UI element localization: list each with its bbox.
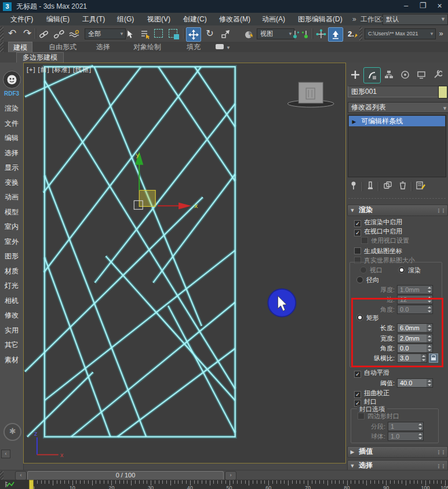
checkbox-box[interactable]: ✓ — [354, 220, 361, 227]
checkbox-enable-in-viewport[interactable]: ✓在视口中启用 — [354, 228, 402, 236]
menu-overflow-icon[interactable]: » — [352, 14, 356, 24]
time-slider-marker[interactable] — [29, 480, 34, 489]
sidebar-item-assets[interactable]: 素材 — [0, 355, 23, 365]
pin-stack-icon[interactable] — [349, 181, 358, 192]
scene-object-box[interactable] — [287, 82, 334, 107]
sidebar-item-select[interactable]: 选择 — [0, 148, 23, 158]
checkbox-use-viewport-settings[interactable]: 使用视口设置 — [361, 237, 409, 245]
sidebar-item-edit[interactable]: 编辑 — [0, 133, 23, 143]
checkbox-box[interactable]: ✓ — [354, 229, 361, 236]
previous-frame-button[interactable]: ‹ — [15, 471, 27, 480]
time-slider[interactable]: 0 / 100 — [27, 471, 224, 480]
mini-curve-editor-icon[interactable] — [5, 480, 15, 489]
checkbox-enable-in-renderer[interactable]: ✓在渲染中启用 — [354, 218, 402, 227]
spinner-arrows[interactable] — [417, 422, 423, 430]
radio-dot[interactable] — [398, 267, 405, 273]
angle-spinner[interactable]: 0.0 — [397, 305, 433, 314]
spinner-arrows[interactable] — [427, 334, 432, 342]
checkbox-box[interactable] — [354, 247, 361, 254]
chevron-down-icon[interactable]: ▼ — [226, 45, 231, 50]
toolbar-drag-handle[interactable] — [359, 27, 362, 41]
select-by-name-icon[interactable] — [138, 27, 152, 41]
checkbox-twist-correction[interactable]: ✓扭曲校正 — [354, 389, 389, 397]
sidebar-item-render[interactable]: 渲染 — [0, 103, 23, 114]
show-end-result-icon[interactable] — [367, 181, 374, 192]
select-link-icon[interactable] — [37, 27, 51, 41]
select-object-icon[interactable] — [123, 27, 137, 41]
snaps-toggle-icon[interactable] — [314, 27, 328, 41]
rollout-rendering[interactable]: ▼ 渲染 ⋮⋮ — [347, 205, 448, 216]
sidebar-collapse-button[interactable]: ‹ — [1, 450, 10, 458]
menu-modifiers[interactable]: 修改器(M) — [219, 14, 250, 24]
radio-rectangular[interactable]: 矩形 — [356, 314, 379, 322]
ribbon-drag-handle[interactable] — [0, 42, 3, 52]
checkbox-quad-cap[interactable]: 四边形封口 — [358, 413, 399, 421]
rect-angle-spinner[interactable]: 0.0 — [397, 344, 433, 353]
modify-tab-icon[interactable] — [363, 67, 381, 83]
menu-animation[interactable]: 动画(A) — [262, 14, 285, 24]
radio-viewport[interactable]: 视口 — [360, 267, 383, 275]
ribbon-tab-populate[interactable]: 填充 — [182, 42, 205, 52]
keyboard-shortcut-toggle-icon[interactable] — [301, 27, 310, 41]
unlink-icon[interactable] — [52, 27, 66, 41]
select-and-rotate-icon[interactable]: ↻ — [203, 27, 216, 40]
sidebar-item-modify[interactable]: 修改 — [0, 310, 23, 320]
menu-group[interactable]: 组(G) — [117, 14, 134, 24]
close-button[interactable]: × — [431, 0, 448, 13]
sidebar-item-interior[interactable]: 室内 — [0, 221, 23, 232]
project-folder-select[interactable]: C:\Users\** Max 2021 ▼ — [365, 28, 436, 39]
sidebar-settings-icon[interactable]: ✱ — [3, 423, 21, 441]
sidebar-item-exterior[interactable]: 室外 — [0, 236, 23, 247]
bind-to-spacewarp-icon[interactable] — [67, 27, 81, 41]
modifier-stack[interactable]: ▶ 可编辑样条线 — [348, 115, 446, 177]
spinner-arrows[interactable] — [427, 305, 432, 313]
sidebar-item-others[interactable]: 其它 — [0, 340, 23, 350]
plugin-logo-icon[interactable] — [3, 71, 21, 89]
length-spinner[interactable]: 6.0mm — [397, 323, 433, 333]
use-pivot-center-icon[interactable] — [242, 27, 256, 41]
sidebar-item-camera[interactable]: 相机 — [0, 295, 23, 306]
spinner-arrows[interactable] — [427, 295, 432, 304]
spinner-arrows[interactable] — [427, 379, 432, 387]
rollout-interpolation[interactable]: ▶ 插值 ⋮⋮ — [347, 446, 448, 458]
angle-snap-icon[interactable]: 2. — [346, 27, 360, 41]
next-frame-button[interactable]: › — [225, 471, 236, 480]
menu-create[interactable]: 创建(C) — [183, 14, 207, 24]
spinner-arrows[interactable] — [427, 286, 432, 294]
select-and-manipulate-icon[interactable] — [292, 27, 301, 41]
redo-icon[interactable]: ↷ — [21, 27, 34, 40]
checkbox-box[interactable]: ✓ — [354, 391, 361, 398]
ribbon-tab-selection[interactable]: 选择 — [92, 42, 115, 52]
segments-spinner[interactable]: 1 — [388, 422, 424, 431]
checkbox-box[interactable]: ✓ — [354, 371, 361, 378]
spinner-arrows[interactable] — [417, 432, 423, 440]
checkbox-box[interactable] — [358, 413, 365, 419]
app-icon[interactable]: 3 — [3, 2, 12, 11]
track-ruler[interactable]: 0102030405060708090100105 — [33, 480, 448, 489]
menu-edit[interactable]: 编辑(E) — [46, 14, 70, 24]
menu-tools[interactable]: 工具(T) — [82, 14, 105, 24]
thickness-spinner[interactable]: 1.0mm — [397, 285, 433, 294]
sidebar-item-file[interactable]: 文件 — [0, 118, 23, 129]
panel-polygon-modeling[interactable]: 多边形建模 — [16, 52, 64, 63]
checkbox-box[interactable] — [361, 237, 368, 244]
make-unique-icon[interactable] — [383, 181, 393, 192]
menu-views[interactable]: 视图(V) — [147, 14, 170, 24]
selection-filter-select[interactable]: 全部 ▼ — [85, 28, 126, 39]
radio-dot[interactable] — [356, 314, 363, 321]
radio-radial[interactable]: 径向 — [356, 276, 379, 284]
select-and-move-button[interactable] — [186, 27, 201, 42]
select-and-scale-icon[interactable] — [218, 27, 232, 41]
width-spinner[interactable]: 2.0mm — [397, 334, 433, 343]
ribbon-tab-freeform[interactable]: 自由形式 — [44, 42, 81, 52]
reference-coordinate-select[interactable]: 视图 ▼ — [257, 28, 294, 39]
radio-dot[interactable] — [360, 267, 367, 273]
radio-renderer[interactable]: 渲染 — [398, 267, 421, 275]
modifier-list-dropdown[interactable]: 修改器列表 ▼ — [348, 102, 448, 113]
ribbon-tab-object-paint[interactable]: 对象绘制 — [129, 42, 166, 52]
checkbox-auto-smooth[interactable]: ✓自动平滑 — [354, 369, 389, 377]
viewport-label[interactable]: [+] [前] [标准] [线框] — [27, 65, 92, 74]
hierarchy-tab-icon[interactable] — [381, 67, 397, 82]
menu-graph-editors[interactable]: 图形编辑器(D) — [298, 14, 343, 24]
checkbox-generate-mapping-coords[interactable]: 生成贴图坐标 — [354, 247, 402, 256]
